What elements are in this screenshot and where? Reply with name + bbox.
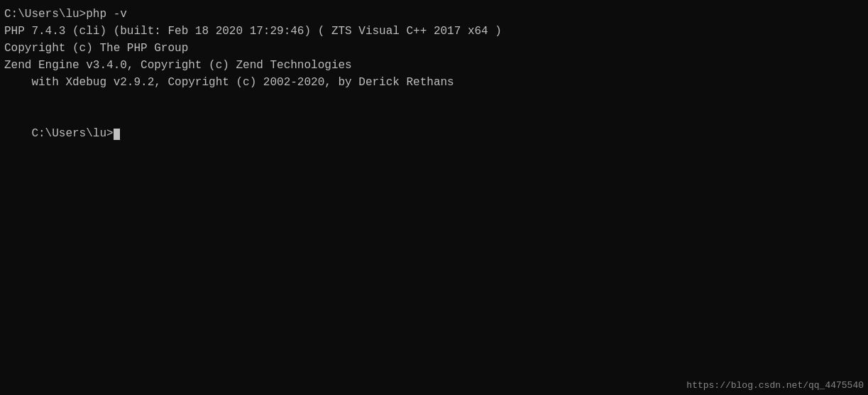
watermark: https://blog.csdn.net/qq_4475540 xyxy=(686,380,864,391)
terminal-line-3: Copyright (c) The PHP Group xyxy=(4,40,864,57)
terminal-line-4: Zend Engine v3.4.0, Copyright (c) Zend T… xyxy=(4,57,864,74)
terminal-window[interactable]: C:\Users\lu>php -v PHP 7.4.3 (cli) (buil… xyxy=(0,0,868,395)
terminal-line-1: C:\Users\lu>php -v xyxy=(4,6,864,23)
terminal-blank-line xyxy=(4,91,864,108)
terminal-line-2: PHP 7.4.3 (cli) (built: Feb 18 2020 17:2… xyxy=(4,23,864,40)
terminal-line-5: with Xdebug v2.9.2, Copyright (c) 2002-2… xyxy=(4,74,864,91)
terminal-cursor xyxy=(114,129,120,140)
prompt-text: C:\Users\lu> xyxy=(31,127,113,140)
terminal-prompt: C:\Users\lu> xyxy=(4,108,864,159)
